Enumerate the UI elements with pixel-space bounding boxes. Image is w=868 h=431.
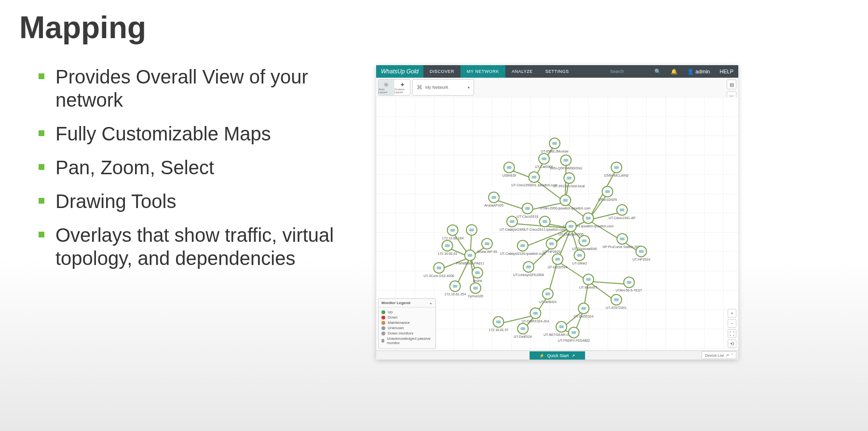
search-icon[interactable]: 🔍 [650, 65, 666, 78]
device-icon [616, 204, 628, 216]
node-label: UT-Catalyst2150.ipswitch.com [500, 252, 545, 255]
monitor-legend: Monitor Legend ⌄ UpDownMaintenanceUnknow… [378, 298, 436, 349]
node-label: UT-HP2620 [543, 250, 561, 253]
network-node[interactable]: UTAH-MCLAIN2 [604, 162, 628, 177]
network-node[interactable]: UT-Del6524 [514, 323, 531, 338]
lightning-icon: ⚡ [539, 353, 544, 358]
device-icon [529, 171, 540, 183]
legend-swatch [381, 326, 385, 330]
network-node[interactable]: UT-Sonicwal048 [572, 235, 597, 250]
network-node[interactable]: UT-Catalyst2150.ipswitch.com [500, 240, 545, 255]
network-node[interactable]: Xyrrus320 [468, 282, 483, 298]
status-bar: ⚡ Quick Start ↗ Device List ↗ ˄ [376, 350, 738, 360]
network-node[interactable]: UT-Dlink2 [572, 250, 587, 265]
network-node[interactable] [466, 224, 477, 236]
device-icon [579, 235, 590, 247]
auto-layout-button[interactable]: ⚛ Auto Layout [379, 80, 394, 95]
node-label: UT-FNDRY-FES4802 [558, 339, 590, 342]
zoom-out-button[interactable]: － [728, 319, 736, 328]
search-input[interactable] [609, 69, 650, 74]
network-node[interactable]: CRun1042N [598, 186, 617, 201]
network-node[interactable]: UT-Cisco3508XL.ipswitch.com [512, 171, 557, 187]
network-node[interactable]: UT-AT8724XL [606, 294, 627, 309]
network-node[interactable]: UT-3Com-SS2-4200 [423, 262, 454, 278]
network-node[interactable]: 172.16.81.254 [445, 280, 466, 296]
node-label: UT-MoinrET [579, 286, 597, 289]
device-icon [433, 262, 445, 274]
zoom-reset-button[interactable]: ⟲ [728, 339, 736, 348]
network-node[interactable]: UT-Catalyst4506 [558, 221, 583, 236]
network-node[interactable]: ArubaAP105 [484, 192, 503, 207]
network-node[interactable]: UT-Del32524 [547, 253, 567, 269]
network-node[interactable]: UT-6506L3Module [541, 138, 569, 153]
legend-swatch [381, 321, 385, 325]
node-label: 172.16.82.61 [438, 252, 458, 255]
nav-item-discover[interactable]: DISCOVER [423, 65, 461, 78]
device-icon [447, 224, 459, 236]
node-label: Aruba [473, 279, 482, 282]
notifications-icon[interactable]: 🔔 [666, 65, 682, 78]
legend-header[interactable]: Monitor Legend ⌄ [379, 299, 435, 307]
custom-layout-label: Custom Layout [394, 88, 410, 94]
network-node[interactable]: UT-HP2524 [633, 246, 651, 261]
node-label: 172.16.81.254 [445, 292, 466, 296]
network-node[interactable]: WIN-QDFINM90ONU [550, 154, 583, 170]
custom-layout-icon: ✦ [400, 82, 405, 88]
network-node[interactable]: UT-del8424 [539, 288, 556, 304]
nav-item-settings[interactable]: SETTINGS [539, 65, 575, 78]
network-context-select[interactable]: ⌘ My Network [412, 79, 474, 96]
device-list-button[interactable]: Device List ↗ ˄ [702, 351, 736, 359]
legend-label: Unknown [388, 326, 404, 330]
nav-item-my-network[interactable]: MY NETWORK [461, 65, 505, 78]
node-label: UT-Cisco3508XL.ipswitch.com [512, 183, 557, 187]
network-node[interactable]: UT-LinksysSFE2008 [513, 261, 544, 277]
network-node[interactable]: UTAH-2950.ipswitch.ipswitch.com [540, 195, 590, 210]
user-icon: 👤 [687, 69, 694, 75]
network-node[interactable]: UT-Del55324 [573, 303, 593, 318]
node-label: Aruba IAP-93 [477, 250, 497, 253]
user-menu[interactable]: 👤 admin [682, 65, 715, 78]
node-label: UT-AT8724XL [606, 306, 627, 309]
network-node[interactable]: 172.16.82.61 [438, 240, 458, 255]
device-icon [574, 250, 585, 261]
network-node[interactable]: UT-MoinrET [579, 274, 597, 289]
network-node[interactable]: Aruba [472, 267, 483, 282]
network-node[interactable]: UT-6513srv.test.local [553, 172, 584, 188]
zoom-fit-button[interactable]: ⛶ [728, 329, 736, 338]
network-node[interactable]: UT-FNDRY-FES4802 [558, 327, 590, 342]
device-icon [583, 212, 594, 224]
network-node[interactable]: UTAH-56-5-TEST [615, 277, 642, 292]
help-link[interactable]: HELP [715, 65, 738, 78]
node-label: UT-Del32524 [547, 265, 567, 269]
legend-label: Down monitors [388, 331, 413, 335]
network-node[interactable]: 172.16.88.184 [442, 224, 464, 240]
expand-icon: ↗ [571, 353, 575, 358]
expand-arrows-icon: ↗ [726, 353, 729, 358]
devices-panel-icon[interactable]: ▤ [727, 80, 736, 89]
bullet-list: Provides Overall View of your networkFul… [39, 65, 366, 280]
device-icon [546, 238, 557, 250]
node-label: Xyrrus320 [468, 294, 483, 298]
device-icon [552, 253, 563, 265]
network-node[interactable]: UT-HP2620 [543, 238, 561, 253]
nav-item-analyze[interactable]: ANALYZE [505, 65, 539, 78]
custom-layout-button[interactable]: ✦ Custom Layout [394, 80, 410, 95]
node-label: UT-Dlink2 [572, 262, 587, 265]
device-icon [563, 172, 575, 184]
device-icon [472, 267, 483, 278]
layout-toolbar: ⚛ Auto Layout ✦ Custom Layout ⌘ My Netwo… [376, 78, 738, 97]
network-node[interactable]: Aruba IAP-93 [477, 238, 497, 253]
legend-swatch [381, 332, 385, 335]
quick-start-button[interactable]: ⚡ Quick Start ↗ [529, 351, 585, 360]
device-icon [578, 303, 589, 314]
legend-swatch [381, 316, 385, 320]
context-label: My Network [425, 85, 448, 90]
network-node[interactable]: UT-Catalyst1900 [500, 216, 525, 231]
network-node[interactable]: 172.18.81.57 [489, 316, 509, 332]
zoom-in-button[interactable]: ＋ [728, 309, 736, 318]
app-screenshot: WhatsUp Gold DISCOVERMY NETWORKANALYZESE… [376, 65, 738, 360]
node-label: 172.16.88.184 [442, 236, 464, 240]
chevron-up-icon: ˄ [731, 353, 733, 358]
device-icon [517, 240, 529, 251]
legend-row: Up [381, 310, 433, 314]
